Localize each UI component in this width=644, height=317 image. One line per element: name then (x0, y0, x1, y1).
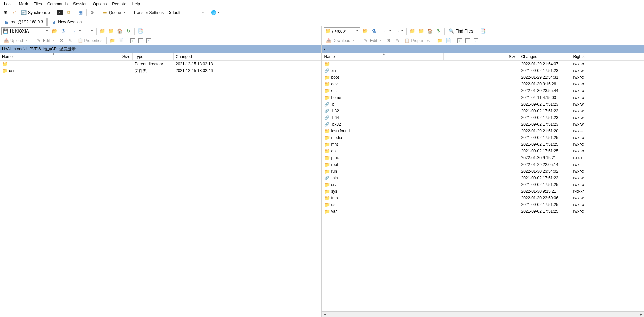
back-icon[interactable]: ←▼ (382, 27, 393, 35)
header-name[interactable]: Name▲ (322, 53, 444, 60)
new-folder-icon[interactable]: 📁 (108, 37, 116, 44)
file-row[interactable]: 🔗libx322021-09-02 17:51:23rwxrw (322, 121, 644, 128)
file-row[interactable]: 📁proc2022-01-30 9:15:21r-xr-xr (322, 154, 644, 161)
bookmark-icon[interactable]: 📑 (479, 27, 487, 35)
menu-session[interactable]: Session (70, 1, 90, 7)
preferences-icon[interactable]: ⚙ (88, 9, 96, 16)
root-folder-icon[interactable]: 📁 (107, 27, 115, 35)
select-all-icon[interactable]: ✓ (472, 37, 480, 44)
refresh-icon[interactable]: ↻ (125, 27, 133, 35)
putty-icon[interactable]: ⧉ (65, 9, 73, 16)
new-session-tab[interactable]: 🖥 New Session (47, 18, 85, 26)
plus-icon[interactable]: + (456, 37, 463, 44)
file-row[interactable]: 🔗sbin2021-09-02 17:51:23rwxrw (322, 175, 644, 181)
upload-button[interactable]: 📤 Upload ▼ (1, 37, 30, 44)
open-folder-icon[interactable]: 📂 (51, 27, 59, 35)
delete-icon[interactable]: ✖ (385, 37, 393, 44)
header-type[interactable]: Type (133, 53, 174, 60)
file-row[interactable]: 📁tmp2022-01-30 23:50:06rwxrw (322, 195, 644, 201)
home-icon[interactable]: 🏠 (116, 27, 124, 35)
filter-icon[interactable]: ⚗ (59, 27, 67, 35)
edit-button[interactable]: ✎ Edit ▼ (361, 37, 384, 44)
file-row[interactable]: 📁opt2021-09-02 17:51:25rwxr-x (322, 148, 644, 154)
find-files-button[interactable]: 🔍 Find Files (446, 27, 475, 35)
remote-path-bar[interactable]: / (322, 45, 644, 53)
file-row[interactable]: 📁mnt2021-09-02 17:51:25rwxr-x (322, 141, 644, 148)
rename-icon[interactable]: ✎ (393, 37, 401, 44)
file-row[interactable]: 📁sys2022-01-30 9:15:21r-xr-xr (322, 188, 644, 195)
edit-button[interactable]: ✎ Edit ▼ (34, 37, 57, 44)
menu-files[interactable]: Files (31, 1, 44, 7)
menu-remote[interactable]: Remote (109, 1, 129, 7)
properties-button[interactable]: 📋 Properties (402, 37, 432, 44)
local-file-list[interactable]: Name▲ Size Type Changed 📁..Parent direct… (0, 53, 321, 317)
file-row[interactable]: 📁usr2021-09-02 17:51:25rwxr-x (322, 201, 644, 208)
file-row[interactable]: 🔗lib2021-09-02 17:51:23rwxrw (322, 101, 644, 108)
remote-file-list[interactable]: Name▲ Size Changed Rights 📁..2022-01-29 … (322, 53, 644, 311)
horizontal-scrollbar[interactable]: ◀ ▶ (322, 311, 644, 317)
icon-sync-browse[interactable]: ⇄ (10, 9, 18, 16)
root-folder-icon[interactable]: 📁 (417, 27, 425, 35)
add-to-favorites-icon[interactable]: ▦ (77, 9, 85, 16)
parent-folder-icon[interactable]: 📁 (408, 27, 416, 35)
local-drive-combo[interactable]: 💾 H: KIOXIA ▼ (1, 27, 50, 35)
file-row[interactable]: 🔗lib642021-09-02 17:51:23rwxrw (322, 114, 644, 121)
scroll-left-icon[interactable]: ◀ (322, 312, 328, 317)
menu-mark[interactable]: Mark (16, 1, 31, 7)
menu-commands[interactable]: Commands (45, 1, 70, 7)
properties-button[interactable]: 📋 Properties (75, 37, 105, 44)
session-options-icon[interactable]: 🌐▼ (210, 9, 221, 16)
parent-folder-icon[interactable]: 📁 (98, 27, 106, 35)
file-row[interactable]: 📁etc2022-01-30 23:55:44rwxr-x (322, 87, 644, 94)
home-icon[interactable]: 🏠 (426, 27, 434, 35)
refresh-icon[interactable]: ↻ (435, 27, 443, 35)
icon-compare-directories[interactable]: ⊞ (1, 9, 9, 16)
file-row[interactable]: 📁usr文件夹2021-12-15 18:02:46 (0, 67, 321, 74)
plus-icon[interactable]: + (129, 37, 136, 44)
remote-drive-combo[interactable]: 📁 / <root> ▼ (324, 27, 360, 35)
new-file-icon[interactable]: 📄 (117, 37, 125, 44)
scroll-right-icon[interactable]: ▶ (638, 312, 644, 317)
new-folder-icon[interactable]: 📁 (436, 37, 444, 44)
file-row[interactable]: 📁lost+found2022-01-29 21:51:20rwx--- (322, 128, 644, 134)
menu-options[interactable]: Options (90, 1, 109, 7)
file-row[interactable]: 📁srv2021-09-02 17:51:25rwxr-x (322, 181, 644, 188)
file-row[interactable]: 📁..2022-01-29 21:54:07rwxr-x (322, 61, 644, 67)
file-row[interactable]: 🔗bin2021-09-02 17:51:23rwxrw (322, 67, 644, 74)
menu-local[interactable]: Local (1, 1, 16, 7)
file-row[interactable]: 📁..Parent directory2021-12-15 18:02:18 (0, 61, 321, 67)
file-row[interactable]: 📁home2021-04-11 4:15:00rwxr-x (322, 94, 644, 101)
queue-button[interactable]: ☰ Queue ▼ (100, 9, 128, 16)
delete-icon[interactable]: ✖ (58, 37, 66, 44)
menu-help[interactable]: Help (129, 1, 143, 7)
file-row[interactable]: 🔗lib322021-09-02 17:51:23rwxrw (322, 108, 644, 114)
open-folder-icon[interactable]: 📂 (361, 27, 369, 35)
local-path-bar[interactable]: H:\All in one\1. PVE\6. 增加CPU温度显示 (0, 45, 321, 53)
filter-icon[interactable]: ⚗ (370, 27, 378, 35)
bookmark-icon[interactable]: 📑 (136, 27, 144, 35)
select-all-icon[interactable]: ✓ (145, 37, 152, 44)
transfer-settings-combo[interactable]: Default ▼ (166, 9, 206, 16)
new-file-icon[interactable]: 📄 (444, 37, 452, 44)
rename-icon[interactable]: ✎ (66, 37, 75, 44)
minus-icon[interactable]: − (464, 37, 472, 44)
file-row[interactable]: 📁dev2022-01-30 9:15:26rwxr-x (322, 81, 644, 87)
synchronize-button[interactable]: 🔄 Synchronize (19, 9, 52, 16)
file-row[interactable]: 📁boot2022-01-29 21:54:31rwxr-x (322, 74, 644, 81)
forward-icon[interactable]: →▼ (83, 27, 95, 35)
header-size[interactable]: Size (444, 53, 519, 60)
session-tab-active[interactable]: 🖥 root@192.168.0.3 (0, 18, 47, 26)
forward-icon[interactable]: →▼ (393, 27, 405, 35)
header-rights[interactable]: Rights (571, 53, 591, 60)
file-row[interactable]: 📁run2022-01-30 23:54:02rwxr-x (322, 168, 644, 175)
console-icon[interactable]: >_ (56, 9, 64, 16)
header-size[interactable]: Size (107, 53, 133, 60)
header-changed[interactable]: Changed (519, 53, 571, 60)
minus-icon[interactable]: − (137, 37, 144, 44)
file-row[interactable]: 📁root2022-01-29 22:05:14rwx--- (322, 161, 644, 168)
header-changed[interactable]: Changed (174, 53, 224, 60)
header-name[interactable]: Name▲ (0, 53, 107, 60)
back-icon[interactable]: ←▼ (71, 27, 83, 35)
file-row[interactable]: 📁var2021-09-02 17:51:25rwxr-x (322, 208, 644, 215)
file-row[interactable]: 📁media2021-09-02 17:51:25rwxr-x (322, 134, 644, 141)
